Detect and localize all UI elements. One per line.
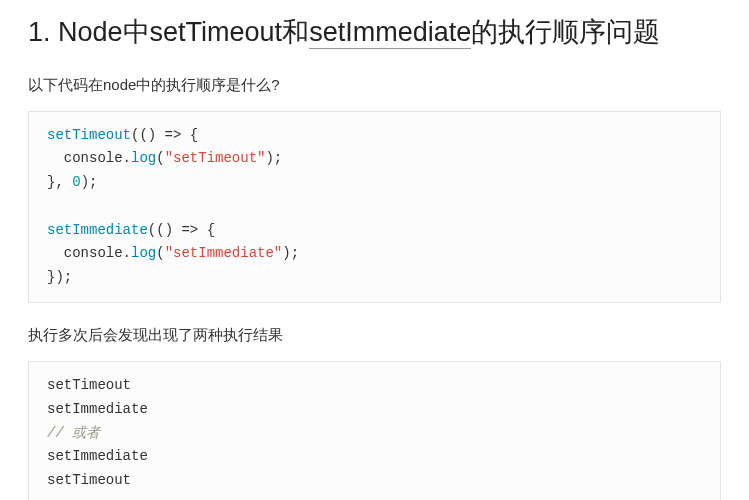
code-token: console. bbox=[47, 150, 131, 166]
code-token: setTimeout bbox=[47, 472, 131, 488]
heading-prefix: 1. Node中setTimeout和 bbox=[28, 17, 309, 47]
paragraph-intro: 以下代码在node中的执行顺序是什么? bbox=[28, 73, 721, 97]
article-heading: 1. Node中setTimeout和setImmediate的执行顺序问题 bbox=[28, 12, 721, 53]
code-token: setImmediate bbox=[47, 401, 148, 417]
heading-suffix: 的执行顺序问题 bbox=[471, 17, 660, 47]
code-token: ); bbox=[81, 174, 98, 190]
paragraph-result: 执行多次后会发现出现了两种执行结果 bbox=[28, 323, 721, 347]
code-token: setTimeout bbox=[47, 377, 131, 393]
heading-underlined: setImmediate bbox=[309, 17, 471, 49]
code-token: "setImmediate" bbox=[165, 245, 283, 261]
code-token: (() => { bbox=[148, 222, 215, 238]
code-token: ); bbox=[282, 245, 299, 261]
code-token: ); bbox=[265, 150, 282, 166]
code-block-2: setTimeout setImmediate // 或者 setImmedia… bbox=[28, 361, 721, 500]
code-token: 0 bbox=[72, 174, 80, 190]
code-token: "setTimeout" bbox=[165, 150, 266, 166]
code-token: }, bbox=[47, 174, 72, 190]
code-token: console. bbox=[47, 245, 131, 261]
code-token: }); bbox=[47, 269, 72, 285]
code-token: ( bbox=[156, 245, 164, 261]
code-token: setImmediate bbox=[47, 448, 148, 464]
code-token: setImmediate bbox=[47, 222, 148, 238]
code-token: ( bbox=[156, 150, 164, 166]
code-token: setTimeout bbox=[47, 127, 131, 143]
code-token: log bbox=[131, 245, 156, 261]
code-token: log bbox=[131, 150, 156, 166]
code-block-1: setTimeout(() => { console.log("setTimeo… bbox=[28, 111, 721, 304]
code-comment: // 或者 bbox=[47, 425, 100, 441]
code-token: (() => { bbox=[131, 127, 198, 143]
